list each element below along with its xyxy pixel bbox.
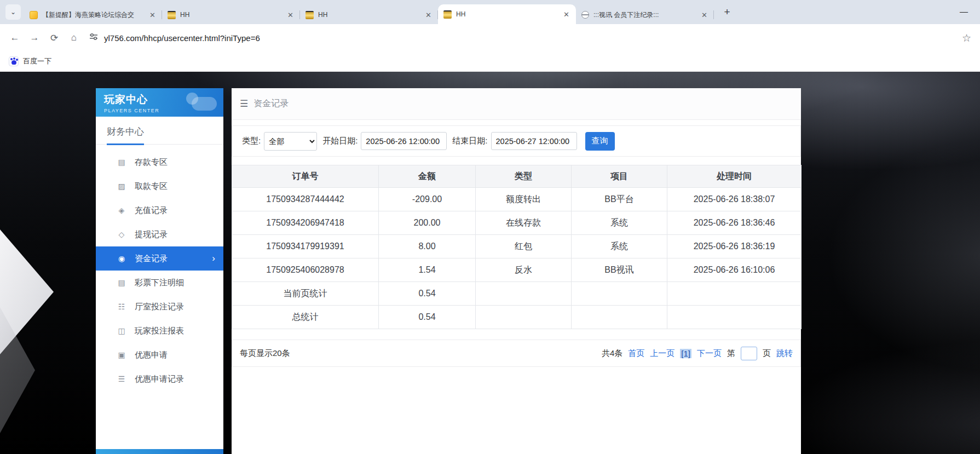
baidu-favicon: [9, 56, 19, 66]
cell-project: BB视讯: [572, 258, 667, 282]
sidebar-item-label: 提现记录: [135, 229, 168, 240]
tab-title: HH: [456, 10, 558, 18]
address-bar[interactable]: yl756.com/hhcp/usercenter.html?iniType=6: [104, 33, 961, 43]
sidebar-section-title: 财务中心: [107, 125, 144, 145]
sidebar-item-funds-records[interactable]: ◉ 资金记录 ›: [96, 246, 223, 271]
cell-amount: 200.00: [379, 211, 476, 235]
globe-icon: [581, 11, 589, 19]
sidebar-item-label: 玩家投注报表: [135, 326, 184, 336]
table-row-page-total: 当前页统计 0.54: [232, 282, 802, 306]
end-date-input[interactable]: [491, 132, 577, 150]
start-date-input[interactable]: [361, 132, 447, 150]
sidebar-item-label: 资金记录: [135, 254, 168, 264]
cell-amount: 1.54: [379, 258, 476, 282]
promo-icon: ▣: [117, 350, 126, 359]
lottery-icon: ▤: [117, 278, 126, 287]
filter-bar: 类型: 全部 开始日期: 结束日期: 查询: [232, 125, 801, 157]
cell-order: 1750934179919391: [232, 235, 379, 258]
forward-icon[interactable]: →: [25, 28, 44, 47]
sidebar-item-label: 存款专区: [135, 157, 168, 168]
cell-type: 反水: [476, 258, 572, 282]
sidebar-menu: ▤ 存款专区 ▨ 取款专区 ◈ 充值记录 ◇ 提现记录 ◉ 资金记录 › ▤: [96, 145, 223, 391]
home-icon[interactable]: ⌂: [65, 28, 83, 47]
bookmark-baidu[interactable]: 百度一下: [23, 56, 51, 66]
table-row-grand-total: 总统计 0.54: [232, 306, 802, 329]
type-select[interactable]: 全部: [264, 132, 317, 151]
tab-title: HH: [318, 11, 420, 19]
new-tab-button[interactable]: +: [719, 4, 735, 20]
table-header-row: 订单号 金额 类型 项目 处理时间: [232, 165, 802, 188]
cell-order: 1750934206947418: [232, 211, 379, 235]
sidebar-item-hall-bet-records[interactable]: ☷ 厅室投注记录: [96, 295, 223, 319]
browser-tab-2[interactable]: HH ✕: [162, 5, 300, 24]
site-info-icon[interactable]: [89, 32, 99, 44]
jump-button[interactable]: 跳转: [776, 348, 793, 359]
tab-title: :::视讯 会员下注纪录:::: [593, 10, 696, 20]
sidebar-item-withdraw-zone[interactable]: ▨ 取款专区: [96, 174, 223, 198]
close-icon[interactable]: ✕: [562, 10, 570, 19]
menu-icon: ☰: [240, 98, 248, 110]
cell-order: 1750934287444442: [232, 188, 379, 211]
cell-project: 系统: [572, 211, 667, 235]
hall-bet-icon: ☷: [117, 302, 126, 311]
end-date-label: 结束日期:: [452, 136, 487, 146]
type-label: 类型:: [242, 136, 261, 146]
cell-label: 当前页统计: [232, 282, 379, 306]
jump-suffix-label: 页: [763, 348, 771, 359]
tab-search-button[interactable]: ⌄: [5, 4, 21, 20]
query-button[interactable]: 查询: [585, 132, 615, 151]
deposit-icon: ▤: [117, 158, 126, 166]
cell-empty: [572, 306, 667, 329]
sidebar-item-promo-apply-records[interactable]: ☰ 优惠申请记录: [96, 367, 223, 391]
sidebar-item-player-bet-report[interactable]: ◫ 玩家投注报表: [96, 319, 223, 343]
pagination-controls: 共4条 首页 上一页 [1] 下一页 第 页 跳转: [602, 347, 793, 360]
cell-amount: 0.54: [379, 282, 476, 306]
cell-empty: [476, 306, 572, 329]
close-icon[interactable]: ✕: [700, 11, 708, 19]
table-row: 1750934287444442 -209.00 额度转出 BB平台 2025-…: [232, 188, 802, 211]
gold-icon: [168, 11, 176, 19]
pagination-bar: 每页显示20条 共4条 首页 上一页 [1] 下一页 第 页 跳转: [232, 340, 801, 367]
cell-type: 在线存款: [476, 211, 572, 235]
col-amount: 金额: [379, 165, 476, 188]
sidebar-item-recharge-records[interactable]: ◈ 充值记录: [96, 198, 223, 222]
page-number-input[interactable]: [741, 347, 757, 360]
cell-label: 总统计: [232, 306, 379, 329]
sidebar-item-promo-apply[interactable]: ▣ 优惠申请: [96, 343, 223, 367]
close-icon[interactable]: ✕: [424, 11, 433, 19]
total-count-text: 共4条: [602, 348, 622, 359]
cell-amount: 8.00: [379, 235, 476, 258]
sidebar: 玩家中心 PLAYERS CENTER 财务中心 ▤ 存款专区 ▨ 取款专区 ◈…: [96, 88, 223, 454]
first-page-link[interactable]: 首页: [628, 348, 644, 359]
start-date-label: 开始日期:: [322, 136, 358, 146]
sidebar-section: 财务中心: [96, 117, 223, 145]
sidebar-item-label: 厅室投注记录: [135, 302, 184, 312]
sidebar-subtitle: PLAYERS CENTER: [104, 108, 223, 113]
prev-page-link[interactable]: 上一页: [650, 348, 675, 359]
sidebar-item-label: 优惠申请记录: [135, 374, 184, 384]
back-icon[interactable]: ←: [5, 28, 24, 47]
withdrawal-records-icon: ◇: [117, 230, 126, 239]
browser-tab-1[interactable]: 【新提醒】海燕策略论坛综合交 ✕: [24, 5, 162, 24]
sidebar-item-label: 取款专区: [135, 181, 168, 192]
bookmark-star-icon[interactable]: ☆: [962, 32, 971, 44]
browser-tab-5[interactable]: :::视讯 会员下注纪录::: ✕: [576, 5, 714, 24]
sidebar-item-withdrawal-records[interactable]: ◇ 提现记录: [96, 222, 223, 246]
cell-type: 额度转出: [476, 188, 572, 211]
window-minimize-button[interactable]: —: [960, 7, 968, 16]
cell-time: 2025-06-26 16:10:06: [667, 258, 802, 282]
main-header: ☰ 资金记录: [232, 88, 801, 120]
browser-tab-4-active[interactable]: HH ✕: [438, 4, 576, 24]
next-page-link[interactable]: 下一页: [697, 348, 722, 359]
refresh-icon[interactable]: ⟳: [45, 28, 64, 47]
sidebar-item-lottery-bet-details[interactable]: ▤ 彩票下注明细: [96, 271, 223, 295]
cell-project: 系统: [572, 235, 667, 258]
close-icon[interactable]: ✕: [286, 11, 295, 19]
per-page-text: 每页显示20条: [240, 348, 290, 359]
sidebar-title: 玩家中心: [104, 93, 223, 107]
browser-tab-3[interactable]: HH ✕: [300, 5, 438, 24]
close-icon[interactable]: ✕: [148, 11, 157, 19]
sidebar-item-deposit-zone[interactable]: ▤ 存款专区: [96, 150, 223, 174]
recharge-icon: ◈: [117, 206, 126, 215]
col-project: 项目: [572, 165, 667, 188]
